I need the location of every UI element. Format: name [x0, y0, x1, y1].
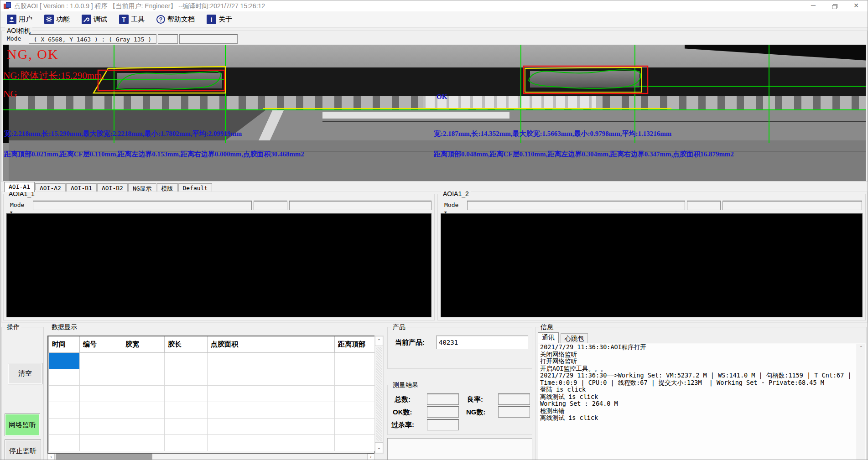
data-table-vscrollbar[interactable]: ⌃ ⌄: [374, 336, 384, 454]
info-group-label: 信息: [539, 323, 555, 331]
log-scrollbar[interactable]: ⌃: [857, 344, 865, 460]
table-cell[interactable]: [208, 418, 335, 434]
table-cell[interactable]: [335, 369, 375, 385]
toolbar-button-func[interactable]: 功能: [42, 13, 73, 26]
column-header[interactable]: 胶宽: [122, 336, 165, 352]
table-cell[interactable]: [335, 418, 375, 434]
column-header[interactable]: 编号: [80, 336, 122, 352]
scroll-left-icon[interactable]: ‹: [47, 454, 55, 460]
table-cell[interactable]: [49, 385, 80, 402]
table-cell[interactable]: [335, 385, 375, 402]
table-cell[interactable]: [49, 434, 80, 451]
table-cell[interactable]: [335, 352, 375, 369]
data-table-header-row: 时间编号胶宽胶长点胶面积距离顶部: [49, 336, 375, 352]
table-cell[interactable]: [165, 418, 208, 434]
table-cell[interactable]: [122, 402, 165, 418]
total-label: 总数:: [395, 395, 411, 404]
toolbar-button-about[interactable]: i关于: [204, 13, 235, 26]
clear-button[interactable]: 清空: [8, 363, 42, 384]
hscrollbar-thumb[interactable]: [56, 454, 152, 460]
network-listen-button[interactable]: 网络监听: [5, 413, 40, 436]
column-header[interactable]: 时间: [49, 336, 80, 352]
minimize-button[interactable]: ─: [803, 0, 824, 11]
tab-default[interactable]: Default: [178, 183, 213, 192]
column-header[interactable]: 胶长: [165, 336, 208, 352]
toolbar-button-label: 调试: [94, 15, 107, 24]
table-cell[interactable]: [208, 352, 335, 369]
table-cell[interactable]: [122, 418, 165, 434]
table-cell[interactable]: [122, 385, 165, 402]
scrollbar-track[interactable]: [376, 347, 382, 441]
tab-ng显示[interactable]: NG显示: [128, 183, 156, 192]
toolbar-button-debug[interactable]: 调试: [79, 13, 110, 26]
table-cell[interactable]: [208, 402, 335, 418]
table-row: [49, 352, 375, 369]
tab-aoi-b1[interactable]: AOI-B1: [66, 183, 97, 192]
tab-heartbeat[interactable]: 心跳包: [561, 333, 588, 344]
table-cell[interactable]: [165, 434, 208, 451]
toolbar-button-tools[interactable]: T工具: [116, 13, 147, 26]
table-cell[interactable]: [165, 385, 208, 402]
table-cell[interactable]: [208, 369, 335, 385]
annotation-yellow-baseline: [263, 108, 671, 109]
log-text: 2021/7/29 11:36:30:AOI程序打开 关闭网络监听 打开网络监听…: [540, 344, 855, 422]
toolbar-button-help[interactable]: ?帮助文档: [154, 14, 198, 25]
total-field: [427, 393, 459, 405]
table-cell[interactable]: [122, 369, 165, 385]
table-cell[interactable]: [80, 385, 122, 402]
table-cell[interactable]: [122, 352, 165, 369]
data-table[interactable]: 时间编号胶宽胶长点胶面积距离顶部: [47, 336, 374, 454]
crosshair-vline-5: [769, 45, 769, 143]
table-cell[interactable]: [80, 402, 122, 418]
table-cell[interactable]: [80, 418, 122, 434]
table-cell[interactable]: [49, 352, 80, 369]
table-cell[interactable]: [335, 402, 375, 418]
camera-mode-dropdown[interactable]: Mode ▼: [4, 34, 28, 44]
current-product-label: 当前产品:: [395, 338, 425, 347]
table-cell[interactable]: [165, 352, 208, 369]
current-product-field[interactable]: 40231: [436, 336, 528, 349]
crosshair-vline-4: [634, 45, 635, 143]
table-cell[interactable]: [208, 434, 335, 451]
column-header[interactable]: 点胶面积: [208, 336, 335, 352]
table-cell[interactable]: [80, 434, 122, 451]
scroll-down-icon[interactable]: ⌄: [375, 442, 383, 453]
camera-image[interactable]: NG, OK NG:胶体过长:15.290mm, NG OK 宽:2.218mm…: [3, 45, 866, 181]
scroll-up-icon[interactable]: ⌃: [857, 344, 865, 352]
tab-aoi-a2[interactable]: AOI-A2: [35, 183, 66, 192]
log-panel[interactable]: 2021/7/29 11:36:30:AOI程序打开 关闭网络监听 打开网络监听…: [538, 343, 866, 460]
crosshair-vline-3: [520, 45, 521, 143]
wrench-icon: [82, 15, 91, 24]
close-button[interactable]: ✕: [846, 0, 867, 11]
table-cell[interactable]: [165, 402, 208, 418]
tab-aoi-b2[interactable]: AOI-B2: [97, 183, 128, 192]
toolbar-button-user[interactable]: 用户: [4, 13, 35, 26]
viewport-right-mode-dropdown[interactable]: Mode ▼: [442, 201, 465, 210]
tab-aoi-a1[interactable]: AOI-A1: [4, 182, 35, 192]
table-cell[interactable]: [335, 434, 375, 451]
table-cell[interactable]: [208, 385, 335, 402]
table-cell[interactable]: [165, 369, 208, 385]
restore-button[interactable]: [824, 0, 845, 11]
scroll-up-icon[interactable]: ⌃: [375, 336, 383, 346]
scroll-right-icon[interactable]: ›: [367, 454, 374, 460]
viewport-left-image[interactable]: [6, 213, 431, 317]
table-cell[interactable]: [80, 352, 122, 369]
table-cell[interactable]: [49, 369, 80, 385]
info-groupbox: 信息 通讯 心跳包 2021/7/29 11:36:30:AOI程序打开 关闭网…: [535, 327, 867, 460]
tab-模版[interactable]: 模版: [157, 183, 178, 192]
column-header[interactable]: 距离顶部: [335, 336, 375, 352]
data-table-hscrollbar[interactable]: ‹ ›: [47, 454, 374, 460]
table-cell[interactable]: [49, 418, 80, 434]
tab-comms[interactable]: 通讯: [538, 332, 559, 343]
table-cell[interactable]: [80, 369, 122, 385]
viewport-left-mode-dropdown[interactable]: Mode ▼: [7, 201, 31, 210]
stop-listen-button[interactable]: 停止监听: [5, 439, 41, 460]
viewport-right-image[interactable]: [441, 213, 863, 317]
viewport-left-field1: [33, 201, 252, 210]
app-icon: [4, 2, 11, 10]
table-cell[interactable]: [122, 434, 165, 451]
photo-glue-bead-left: [117, 73, 222, 88]
table-cell[interactable]: [49, 402, 80, 418]
data-table-grid: 时间编号胶宽胶长点胶面积距离顶部: [48, 336, 375, 451]
